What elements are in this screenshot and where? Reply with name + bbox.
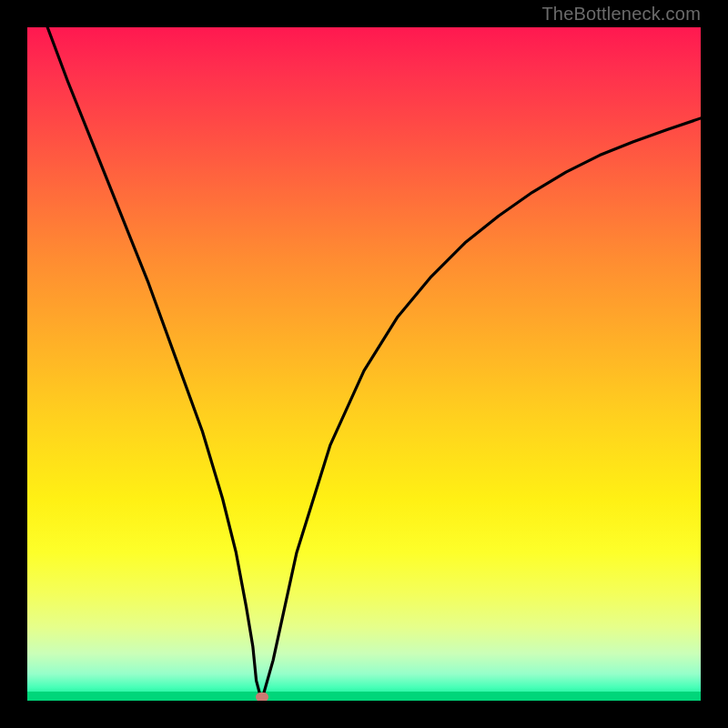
plot-area: [27, 27, 701, 701]
optimal-point-marker: [256, 693, 268, 701]
chart-container: TheBottleneck.com: [0, 0, 728, 728]
bottleneck-curve: [27, 27, 701, 701]
watermark-text: TheBottleneck.com: [541, 4, 701, 25]
